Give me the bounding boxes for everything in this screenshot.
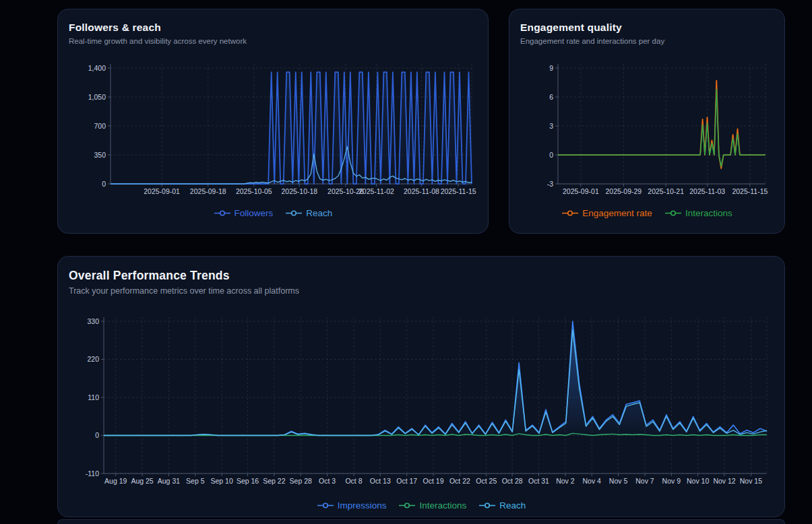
svg-text:Sep 22: Sep 22 — [263, 477, 285, 485]
performance-trends-chart[interactable]: -1100110220330Aug 19Aug 25Aug 31Sep 5Sep… — [69, 312, 775, 494]
svg-text:Nov 5: Nov 5 — [609, 477, 628, 485]
engagement-quality-chart-area: -303692025-09-012025-09-292025-10-212025… — [520, 59, 774, 204]
legend-item-reach[interactable]: Reach — [478, 500, 526, 511]
performance-trends-legend: ImpressionsInteractionsReach — [69, 500, 774, 511]
svg-text:Oct 19: Oct 19 — [423, 477, 444, 485]
svg-text:0: 0 — [95, 431, 99, 439]
svg-text:-110: -110 — [86, 469, 99, 478]
svg-text:3: 3 — [549, 122, 553, 130]
svg-text:2025-09-29: 2025-09-29 — [605, 187, 642, 195]
svg-text:9: 9 — [549, 64, 553, 72]
performance-trends-chart-area: -1100110220330Aug 19Aug 25Aug 31Sep 5Sep… — [69, 312, 774, 496]
legend-line-icon — [664, 209, 682, 217]
svg-text:Oct 25: Oct 25 — [476, 477, 497, 485]
followers-reach-legend: FollowersReach — [69, 208, 477, 218]
engagement-quality-title: Engagement quality — [520, 22, 774, 34]
svg-text:Aug 31: Aug 31 — [158, 477, 180, 485]
legend-line-icon — [398, 502, 416, 509]
svg-text:Sep 28: Sep 28 — [290, 477, 312, 485]
followers-reach-card: Followers & reach Real-time growth and v… — [57, 9, 489, 234]
legend-item-impressions[interactable]: Impressions — [317, 500, 387, 511]
svg-text:1,050: 1,050 — [88, 93, 106, 101]
svg-text:Nov 2: Nov 2 — [556, 477, 575, 485]
svg-text:Nov 9: Nov 9 — [662, 477, 681, 485]
legend-item-interactions[interactable]: Interactions — [398, 500, 466, 511]
performance-trends-title: Overall Performance Trends — [69, 269, 774, 283]
next-card-peek — [57, 519, 785, 524]
engagement-quality-legend: Engagement rateInteractions — [520, 208, 774, 218]
legend-item-reach[interactable]: Reach — [285, 208, 332, 218]
svg-text:Oct 3: Oct 3 — [319, 477, 336, 485]
svg-text:Nov 10: Nov 10 — [687, 477, 709, 485]
svg-text:2025-09-01: 2025-09-01 — [563, 187, 599, 195]
svg-text:2025-10-05: 2025-10-05 — [236, 187, 272, 195]
followers-reach-chart[interactable]: 03507001,0501,4002025-09-012025-09-18202… — [69, 59, 478, 201]
svg-text:0: 0 — [549, 151, 553, 159]
svg-text:330: 330 — [87, 317, 99, 325]
svg-text:2025-10-21: 2025-10-21 — [648, 187, 684, 195]
svg-text:Nov 4: Nov 4 — [583, 477, 602, 485]
analytics-dashboard: Followers & reach Real-time growth and v… — [0, 0, 812, 524]
engagement-quality-chart[interactable]: -303692025-09-012025-09-292025-10-212025… — [520, 59, 775, 201]
svg-text:2025-09-01: 2025-09-01 — [144, 187, 180, 195]
svg-text:6: 6 — [549, 93, 553, 101]
svg-text:Sep 10: Sep 10 — [211, 477, 233, 485]
svg-text:Sep 16: Sep 16 — [237, 477, 259, 485]
svg-text:2025-10-18: 2025-10-18 — [281, 187, 317, 195]
legend-line-icon — [317, 502, 334, 509]
svg-text:700: 700 — [94, 122, 106, 130]
followers-reach-subtitle: Real-time growth and visibility across e… — [69, 37, 477, 45]
followers-reach-chart-area: 03507001,0501,4002025-09-012025-09-18202… — [69, 59, 477, 204]
legend-line-icon — [285, 209, 303, 217]
svg-text:350: 350 — [94, 151, 106, 159]
svg-text:Oct 13: Oct 13 — [370, 477, 391, 485]
svg-text:2025-11-08: 2025-11-08 — [404, 187, 439, 195]
svg-text:Oct 22: Oct 22 — [449, 477, 470, 485]
svg-text:-3: -3 — [547, 180, 553, 188]
legend-item-interactions[interactable]: Interactions — [664, 208, 732, 218]
svg-text:2025-09-18: 2025-09-18 — [190, 187, 226, 195]
followers-reach-title: Followers & reach — [69, 22, 477, 34]
performance-trends-subtitle: Track your performance metrics over time… — [69, 286, 774, 296]
svg-text:Sep 5: Sep 5 — [186, 477, 205, 485]
legend-line-icon — [214, 209, 231, 217]
svg-text:Nov 7: Nov 7 — [635, 477, 654, 485]
engagement-quality-subtitle: Engagement rate and interactions per day — [520, 37, 774, 45]
svg-text:Aug 25: Aug 25 — [131, 477, 153, 485]
svg-text:Nov 15: Nov 15 — [740, 477, 762, 485]
legend-line-icon — [478, 502, 496, 509]
svg-text:110: 110 — [88, 393, 99, 401]
svg-text:220: 220 — [87, 355, 99, 363]
legend-item-followers[interactable]: Followers — [214, 208, 274, 218]
performance-trends-card: Overall Performance Trends Track your pe… — [57, 256, 785, 517]
svg-text:2025-11-15: 2025-11-15 — [441, 187, 476, 195]
svg-text:Nov 12: Nov 12 — [713, 477, 735, 485]
svg-text:0: 0 — [102, 180, 106, 188]
svg-text:Oct 31: Oct 31 — [528, 477, 549, 485]
svg-text:2025-11-03: 2025-11-03 — [689, 187, 725, 195]
svg-text:Oct 17: Oct 17 — [396, 477, 417, 485]
svg-text:2025-11-02: 2025-11-02 — [358, 187, 394, 195]
svg-text:1,400: 1,400 — [88, 64, 106, 72]
svg-text:Oct 28: Oct 28 — [502, 477, 523, 485]
legend-item-engagement-rate[interactable]: Engagement rate — [561, 208, 652, 218]
svg-text:2025-11-15: 2025-11-15 — [732, 187, 768, 195]
legend-line-icon — [561, 209, 579, 217]
engagement-quality-card: Engagement quality Engagement rate and i… — [509, 9, 785, 234]
svg-text:Aug 19: Aug 19 — [104, 477, 127, 485]
svg-text:Oct 8: Oct 8 — [345, 477, 362, 485]
